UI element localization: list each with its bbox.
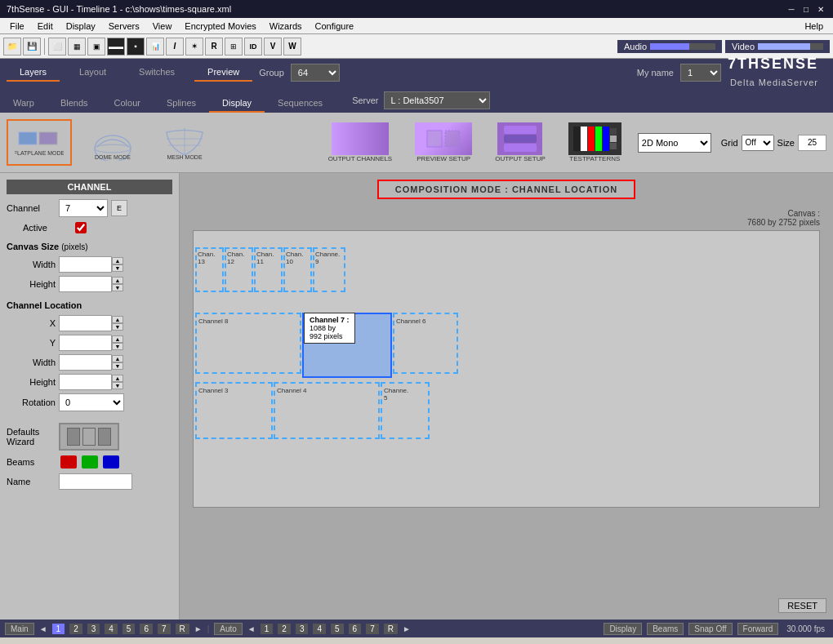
beam-red[interactable]	[60, 455, 77, 469]
chan-8[interactable]: Channel 8	[195, 313, 301, 374]
auto-7[interactable]: 7	[366, 624, 379, 634]
timeline-7[interactable]: 7	[158, 624, 171, 634]
toolbar-btn-id[interactable]: ID	[244, 38, 262, 56]
canvas-height-up[interactable]: ▲	[112, 277, 123, 284]
auto-6[interactable]: 6	[349, 624, 362, 634]
toolbar-btn-star[interactable]: ✶	[185, 38, 203, 56]
chan-4[interactable]: Channel 4	[274, 382, 380, 439]
group-select[interactable]: 64	[291, 64, 340, 82]
menu-help[interactable]: Help	[798, 20, 830, 33]
chan-11[interactable]: Chan.11	[254, 247, 283, 292]
x-up[interactable]: ▲	[112, 316, 123, 323]
mesh-mode-btn[interactable]: MESH MODE	[154, 121, 216, 164]
active-checkbox[interactable]	[75, 222, 87, 233]
testpatterns-btn[interactable]: Testpatterns	[562, 119, 628, 166]
canvas-width-down[interactable]: ▼	[112, 264, 123, 272]
tab-preview[interactable]: Preview	[194, 64, 252, 82]
subtab-colour[interactable]: Colour	[101, 95, 154, 113]
tab-switches[interactable]: Switches	[126, 64, 188, 82]
toolbar-btn-v[interactable]: V	[264, 38, 282, 56]
display-mode-select[interactable]: 2D Mono	[638, 133, 711, 153]
cl-width-down[interactable]: ▼	[112, 362, 123, 370]
auto-2[interactable]: 2	[278, 624, 291, 634]
chan-3[interactable]: Channel 3	[195, 382, 273, 439]
subtab-display[interactable]: Display	[209, 95, 265, 113]
subtab-sequences[interactable]: Sequences	[265, 95, 336, 113]
chan-12[interactable]: Chan.12	[225, 247, 253, 292]
y-down[interactable]: ▼	[112, 343, 123, 350]
output-channels-btn[interactable]: Output Channels	[322, 119, 399, 166]
auto-btn[interactable]: Auto	[214, 623, 243, 635]
auto-3[interactable]: 3	[296, 624, 309, 634]
menu-display[interactable]: Display	[60, 20, 102, 33]
audio-button[interactable]: Audio	[617, 40, 722, 53]
toolbar-btn-2[interactable]: 💾	[23, 38, 41, 56]
beams-status-btn[interactable]: Beams	[647, 623, 684, 635]
auto-prev[interactable]: ◄	[247, 624, 256, 633]
timeline-2[interactable]: 2	[69, 624, 82, 634]
flatplane-mode-btn[interactable]: FLATPLANE MODE	[7, 119, 72, 166]
channel-select[interactable]: 7	[59, 199, 108, 217]
toolbar-btn-grid[interactable]: ⊞	[225, 38, 243, 56]
chan-7[interactable]: Channel 7 Channel 7 : 1088 by 992 pixels	[302, 313, 392, 378]
timeline-prev[interactable]: ◄	[39, 624, 47, 633]
timeline-5[interactable]: 5	[122, 624, 136, 634]
cl-height-input[interactable]: 992	[59, 374, 112, 390]
reset-button[interactable]: RESET	[778, 598, 826, 613]
timeline-next[interactable]: ►	[194, 624, 203, 633]
subtab-splines[interactable]: Splines	[154, 95, 209, 113]
minimize-button[interactable]: ─	[786, 3, 797, 15]
video-button[interactable]: Video	[725, 40, 830, 53]
cl-width-input[interactable]: 1088	[59, 354, 112, 371]
chan-6[interactable]: Channel 6	[393, 313, 458, 374]
auto-1[interactable]: 1	[261, 624, 274, 634]
menu-edit[interactable]: Edit	[31, 20, 60, 33]
auto-r[interactable]: R	[384, 624, 398, 634]
rotation-select[interactable]: 0 90 180 270	[59, 393, 124, 411]
canvas-height-down[interactable]: ▼	[112, 284, 123, 291]
output-setup-btn[interactable]: Output Setup	[488, 119, 552, 166]
size-input[interactable]	[798, 135, 826, 151]
cl-height-up[interactable]: ▲	[112, 375, 123, 382]
auto-4[interactable]: 4	[313, 624, 326, 634]
toolbar-btn-w[interactable]: W	[283, 38, 301, 56]
y-input[interactable]: 803	[59, 335, 112, 351]
snap-btn[interactable]: Snap Off	[688, 623, 732, 635]
server-select[interactable]: L : Delta3507	[384, 91, 490, 109]
chan-13[interactable]: Chan.13	[195, 247, 224, 292]
tab-layers[interactable]: Layers	[7, 64, 60, 82]
menu-wizards[interactable]: Wizards	[263, 20, 309, 33]
chan-9[interactable]: Channe.9	[313, 247, 345, 292]
menu-view[interactable]: View	[146, 20, 179, 33]
beam-green[interactable]	[82, 455, 98, 469]
toolbar-btn-6[interactable]: ▬▬	[107, 38, 125, 56]
grid-select[interactable]: Off On	[742, 135, 774, 151]
dome-mode-btn[interactable]: DOME MODE	[82, 121, 144, 164]
chan-10[interactable]: Chan.10	[283, 247, 312, 292]
timeline-6[interactable]: 6	[140, 624, 153, 634]
subtab-warp[interactable]: Warp	[0, 95, 47, 113]
maximize-button[interactable]: □	[800, 3, 812, 15]
toolbar-btn-chart[interactable]: 📊	[146, 38, 164, 56]
menu-file[interactable]: File	[3, 20, 31, 33]
chan-5[interactable]: Channe.5	[381, 382, 430, 439]
channel-edit-btn[interactable]: E	[111, 200, 127, 216]
timeline-3[interactable]: 3	[87, 624, 100, 634]
toolbar-btn-3[interactable]: ⬜	[48, 38, 66, 56]
preview-setup-btn[interactable]: Preview Setup	[408, 119, 479, 166]
auto-next[interactable]: ►	[403, 624, 411, 633]
toolbar-btn-4[interactable]: ▦	[68, 38, 86, 56]
timeline-r[interactable]: R	[176, 624, 189, 634]
toolbar-btn-5[interactable]: ▣	[87, 38, 105, 56]
toolbar-btn-1[interactable]: 📁	[3, 38, 21, 56]
tab-layout[interactable]: Layout	[66, 64, 119, 82]
myname-select[interactable]: 1	[680, 64, 721, 82]
beam-blue[interactable]	[103, 455, 119, 469]
x-input[interactable]: 540	[59, 315, 112, 331]
auto-5[interactable]: 5	[331, 624, 344, 634]
toolbar-btn-7[interactable]: ▪	[127, 38, 145, 56]
canvas-width-input[interactable]: 7680	[59, 256, 112, 273]
forward-btn[interactable]: Forward	[737, 623, 779, 635]
defaults-wizard-btn[interactable]	[59, 423, 119, 451]
cl-width-up[interactable]: ▲	[112, 355, 123, 362]
